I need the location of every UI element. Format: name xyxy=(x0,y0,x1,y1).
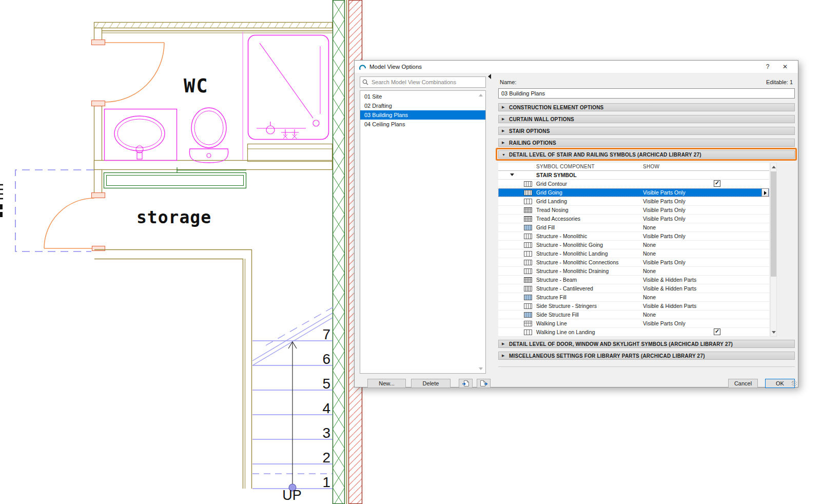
show-value[interactable]: None xyxy=(643,268,656,274)
combination-name-input[interactable] xyxy=(498,88,795,99)
show-options-popup-button[interactable] xyxy=(761,188,769,197)
chevron-right-icon: ▶ xyxy=(502,354,506,358)
grid-symbol-icon xyxy=(524,216,532,222)
cancel-button[interactable]: Cancel xyxy=(728,379,758,388)
show-checkbox[interactable] xyxy=(714,180,720,187)
show-value[interactable]: Visible Parts Only xyxy=(643,198,686,204)
symbol-component-name: Structure - Beam xyxy=(536,277,577,283)
close-button[interactable]: ✕ xyxy=(776,63,794,70)
table-row[interactable]: Structure - Monolithic ConnectionsVisibl… xyxy=(498,258,769,267)
scroll-up-icon[interactable] xyxy=(479,94,483,96)
chevron-down-icon: ▼ xyxy=(502,153,506,157)
table-row[interactable]: Side Structure FillNone xyxy=(498,311,769,319)
grid-symbol-icon xyxy=(524,277,532,283)
section-header[interactable]: ▶DETAIL LEVEL OF DOOR, WINDOW AND SKYLIG… xyxy=(498,340,795,348)
help-button[interactable]: ? xyxy=(759,63,776,70)
table-row[interactable]: Grid GoingVisible Parts Only xyxy=(498,188,769,197)
section-header[interactable]: ▶STAIR OPTIONS xyxy=(498,127,795,135)
show-value[interactable]: None xyxy=(643,294,656,300)
stair-tread-number: 5 xyxy=(286,377,330,391)
section-header[interactable]: ▶CONSTRUCTION ELEMENT OPTIONS xyxy=(498,103,795,111)
show-value[interactable]: Visible Parts Only xyxy=(643,233,686,239)
combination-item[interactable]: 02 Drafting xyxy=(360,101,485,110)
show-value[interactable]: Visible & Hidden Parts xyxy=(643,303,696,309)
bars-symbol-icon xyxy=(524,181,532,187)
scrollbar-thumb[interactable] xyxy=(771,171,776,277)
table-row[interactable]: Grid Contour xyxy=(498,180,769,188)
table-row[interactable]: Side Structure - StringersVisible & Hidd… xyxy=(498,302,769,311)
column-symbol-component: SYMBOL COMPONENT xyxy=(536,164,595,169)
show-value[interactable]: None xyxy=(643,224,656,230)
dialog-titlebar[interactable]: Model View Options ? ✕ xyxy=(355,61,798,73)
table-row[interactable]: Structure - Monolithic LandingNone xyxy=(498,249,769,258)
table-scrollbar[interactable] xyxy=(770,163,777,337)
export-file-icon xyxy=(480,380,488,387)
table-row[interactable]: Structure - CantileveredVisible & Hidden… xyxy=(498,284,769,293)
column-show: SHOW xyxy=(643,164,659,169)
table-row[interactable]: Grid FillNone xyxy=(498,223,769,232)
show-value[interactable]: None xyxy=(643,312,656,318)
search-input[interactable] xyxy=(370,79,483,86)
show-checkbox[interactable] xyxy=(714,328,720,335)
symbol-detail-table: SYMBOL COMPONENT SHOW STAIR SYMBOL Grid … xyxy=(498,163,769,337)
scroll-down-icon[interactable] xyxy=(479,367,483,370)
show-value[interactable]: None xyxy=(643,242,656,248)
section-label: STAIR OPTIONS xyxy=(509,128,550,134)
show-value[interactable]: Visible & Hidden Parts xyxy=(643,277,696,283)
section-label: DETAIL LEVEL OF STAIR AND RAILING SYMBOL… xyxy=(509,152,701,158)
table-row[interactable]: Tread NosingVisible Parts Only xyxy=(498,206,769,215)
section-header[interactable]: ▶CURTAIN WALL OPTIONS xyxy=(498,115,795,123)
show-value[interactable]: Visible Parts Only xyxy=(643,216,686,222)
symbol-component-name: Structure - Cantilevered xyxy=(536,285,593,292)
show-value[interactable]: Visible Parts Only xyxy=(643,259,686,265)
section-header[interactable]: ▶RAILING OPTIONS xyxy=(498,139,795,147)
fill-symbol-icon xyxy=(524,225,532,230)
table-row[interactable]: Structure - MonolithicVisible Parts Only xyxy=(498,232,769,241)
ok-button[interactable]: OK xyxy=(765,379,795,388)
show-value[interactable]: None xyxy=(643,250,656,257)
table-row[interactable]: Walking Line on Landing xyxy=(498,328,769,337)
dialog-title: Model View Options xyxy=(369,64,422,70)
symbol-component-name: Structure - Monolithic Going xyxy=(536,242,603,248)
import-combination-button[interactable] xyxy=(459,379,473,388)
stair-tread-number: 2 xyxy=(286,451,330,465)
panel-collapse-icon[interactable] xyxy=(488,74,491,79)
search-icon xyxy=(362,79,368,85)
archicad-workspace: WC storage UP 7654321 Model View Options… xyxy=(0,0,821,504)
symbol-component-name: Structure - Monolithic Landing xyxy=(536,250,608,257)
table-row[interactable]: Tread AccessoriesVisible Parts Only xyxy=(498,215,769,223)
divider xyxy=(498,366,795,367)
table-row[interactable]: Structure - BeamVisible & Hidden Parts xyxy=(498,276,769,284)
table-row[interactable]: Grid LandingVisible Parts Only xyxy=(498,197,769,206)
new-button[interactable]: New... xyxy=(367,379,406,388)
section-header[interactable]: ▼DETAIL LEVEL OF STAIR AND RAILING SYMBO… xyxy=(498,150,795,159)
stair-tread-number: 1 xyxy=(286,475,330,490)
scroll-up-icon[interactable] xyxy=(772,166,776,168)
show-value[interactable]: Visible & Hidden Parts xyxy=(643,285,696,292)
delete-button[interactable]: Delete xyxy=(411,379,451,388)
room-label-wc: WC xyxy=(184,75,209,97)
symbol-component-name: Grid Going xyxy=(536,189,562,196)
table-header: SYMBOL COMPONENT SHOW xyxy=(498,163,769,171)
chevron-right-icon: ▶ xyxy=(502,117,506,121)
show-value[interactable]: Visible Parts Only xyxy=(643,189,686,196)
table-row[interactable]: Structure - Monolithic GoingNone xyxy=(498,241,769,249)
table-row[interactable]: Structure - Monolithic DrainingNone xyxy=(498,267,769,276)
table-group-row[interactable]: STAIR SYMBOL xyxy=(498,171,769,180)
resize-grip[interactable] xyxy=(792,381,797,386)
editable-count: Editable: 1 xyxy=(766,79,793,85)
archicad-logo-icon xyxy=(359,63,366,71)
combination-item[interactable]: 04 Ceiling Plans xyxy=(360,120,485,129)
show-value[interactable]: Visible Parts Only xyxy=(643,320,686,326)
table-row[interactable]: Structure FillNone xyxy=(498,293,769,302)
symbol-component-name: Tread Nosing xyxy=(536,207,569,213)
combination-item[interactable]: 03 Building Plans xyxy=(360,110,485,120)
bars-symbol-icon xyxy=(524,303,532,309)
section-header[interactable]: ▶MISCELLANEOUS SETTINGS FOR LIBRARY PART… xyxy=(498,352,795,360)
table-row[interactable]: Walking LineVisible Parts Only xyxy=(498,319,769,328)
scroll-down-icon[interactable] xyxy=(772,331,776,334)
combination-item[interactable]: 01 Site xyxy=(360,92,485,101)
symbol-component-name: Grid Contour xyxy=(536,181,567,187)
export-combination-button[interactable] xyxy=(477,379,491,388)
show-value[interactable]: Visible Parts Only xyxy=(643,207,686,213)
